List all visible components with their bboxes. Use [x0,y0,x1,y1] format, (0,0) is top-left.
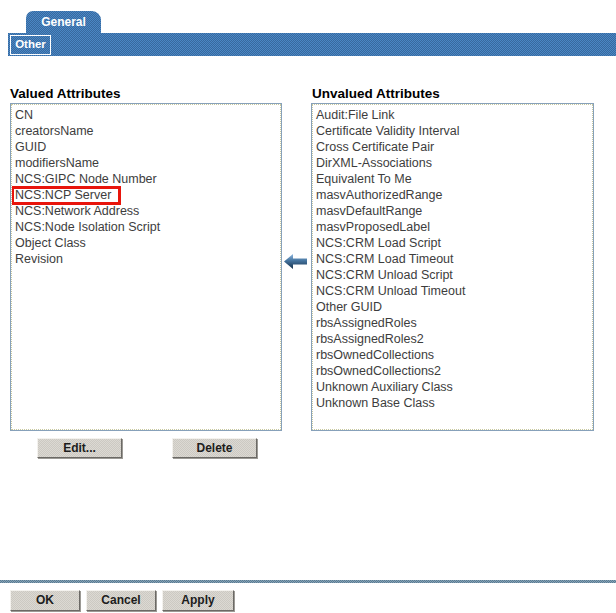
list-item[interactable]: Audit:File Link [316,107,592,123]
list-item[interactable]: Equivalent To Me [316,171,592,187]
list-item[interactable]: NCS:Node Isolation Script [15,219,280,235]
tab-general[interactable]: General [26,11,101,34]
list-item[interactable]: Other GUID [316,299,592,315]
delete-button-label: Delete [196,441,232,455]
list-item[interactable]: Unknown Auxiliary Class [316,379,592,395]
list-item[interactable]: NCS:CRM Load Timeout [316,251,592,267]
list-item[interactable]: masvProposedLabel [316,219,592,235]
tab-general-label: General [41,15,86,29]
cancel-button[interactable]: Cancel [86,590,156,611]
valued-attributes-list[interactable]: CNcreatorsNameGUIDmodifiersNameNCS:GIPC … [10,103,282,431]
list-item[interactable]: rbsAssignedRoles [316,315,592,331]
tab-other[interactable]: Other [10,35,51,55]
list-item[interactable]: modifiersName [15,155,280,171]
attributes-dialog: General Other Valued Attributes Unvalued… [0,0,616,613]
list-item[interactable]: creatorsName [15,123,280,139]
tab-other-label: Other [15,38,46,50]
list-item-highlighted[interactable]: NCS:NCP Server [15,187,280,203]
list-item[interactable]: NCS:CRM Load Script [316,235,592,251]
list-item[interactable]: Cross Certificate Pair [316,139,592,155]
list-item[interactable]: masvAuthorizedRange [316,187,592,203]
list-item[interactable]: rbsOwnedCollections2 [316,363,592,379]
list-item[interactable]: CN [15,107,280,123]
list-item[interactable]: DirXML-Associations [316,155,592,171]
tab-band: Other [8,33,616,56]
move-left-arrow-icon[interactable] [284,253,307,270]
list-item[interactable]: Object Class [15,235,280,251]
footer-separator [0,580,616,583]
edit-button-label: Edit... [63,441,96,455]
list-item[interactable]: Revision [15,251,280,267]
unvalued-attributes-title: Unvalued Attributes [312,86,440,101]
apply-button-label: Apply [181,593,214,607]
delete-button[interactable]: Delete [172,438,257,458]
list-item[interactable]: NCS:CRM Unload Script [316,267,592,283]
apply-button[interactable]: Apply [162,590,234,611]
list-item[interactable]: GUID [15,139,280,155]
valued-attributes-title: Valued Attributes [10,86,121,101]
unvalued-attributes-items: Audit:File LinkCertificate Validity Inte… [312,104,593,430]
valued-attributes-items: CNcreatorsNameGUIDmodifiersNameNCS:GIPC … [11,104,281,430]
list-item[interactable]: NCS:GIPC Node Number [15,171,280,187]
list-item[interactable]: rbsAssignedRoles2 [316,331,592,347]
left-arrow-glyph [284,253,307,270]
list-item[interactable]: NCS:Network Address [15,203,280,219]
list-item[interactable]: Certificate Validity Interval [316,123,592,139]
cancel-button-label: Cancel [101,593,140,607]
list-item[interactable]: masvDefaultRange [316,203,592,219]
ok-button[interactable]: OK [10,590,80,611]
edit-button[interactable]: Edit... [37,438,122,458]
ok-button-label: OK [36,593,54,607]
list-item[interactable]: Unknown Base Class [316,395,592,411]
list-item[interactable]: NCS:CRM Unload Timeout [316,283,592,299]
list-item[interactable]: rbsOwnedCollections [316,347,592,363]
unvalued-attributes-list[interactable]: Audit:File LinkCertificate Validity Inte… [311,103,594,431]
